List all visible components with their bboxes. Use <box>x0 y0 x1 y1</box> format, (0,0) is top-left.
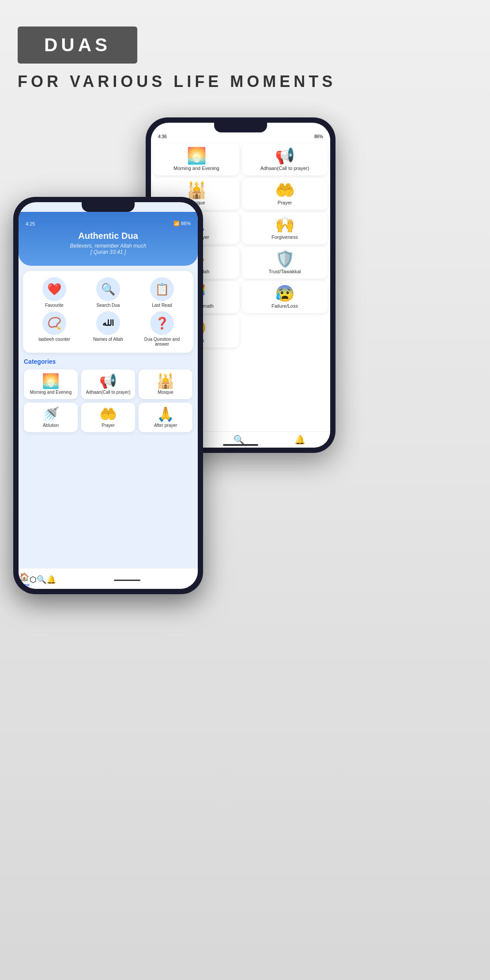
back-card-adhaan[interactable]: 📢 Adhaan(Call to prayer) <box>242 143 328 175</box>
front-nav-search[interactable]: 🔍 <box>37 575 46 584</box>
front-quote-ref: [ Quran 33:41 ] <box>26 249 191 255</box>
trust-label: Trust/Tawakkal <box>269 269 301 274</box>
front-nav-bell[interactable]: 🔔 <box>46 575 56 584</box>
back-card-failure[interactable]: 😰 Failure/Loss <box>242 281 328 313</box>
back-nav-search[interactable]: 🔍 <box>234 434 245 445</box>
back-card-morning[interactable]: 🌅 Morning and Evening <box>154 143 239 175</box>
tasbeeh-label: tasbeeh counter <box>38 337 70 342</box>
front-app-title: Authentic Dua <box>26 231 191 241</box>
home-icon: 🏠 <box>19 572 29 582</box>
duas-title: DUAS <box>44 34 111 55</box>
quick-favourite[interactable]: ❤️ Favourite <box>29 277 79 308</box>
morning-evening-label: Morning and Evening <box>173 166 219 171</box>
cat-morning-evening[interactable]: 🌅 Morning and Evening <box>24 369 78 399</box>
back-nav-bell[interactable]: 🔔 <box>294 434 305 445</box>
cat-adhaan-icon: 📢 <box>99 374 117 388</box>
back-phone-notch <box>214 123 267 132</box>
front-bottom-nav: 🏠 Home ⬡ 🔍 🔔 <box>19 568 198 589</box>
phones-container: 4:36 86% 🌅 Morning and Evening 📢 Adhaan(… <box>0 109 490 925</box>
categories-grid: 🌅 Morning and Evening 📢 Adhaan(Call to p… <box>24 369 192 432</box>
cat-mosque-icon: 🕌 <box>157 374 174 388</box>
quick-last-read[interactable]: 📋 Last Read <box>137 277 187 308</box>
back-card-forgiveness[interactable]: 🙌 Forgiveness <box>242 212 328 244</box>
duas-banner: DUAS <box>18 26 137 64</box>
quick-tasbeeh[interactable]: 📿 tasbeeh counter <box>29 311 79 347</box>
quick-search-dua[interactable]: 🔍 Search Dua <box>83 277 133 308</box>
front-signal: 📶 86% <box>173 221 191 226</box>
failure-label: Failure/Loss <box>271 303 298 309</box>
adhaan-label: Adhaan(Call to prayer) <box>260 166 309 171</box>
front-nav-home[interactable]: 🏠 Home <box>19 572 30 587</box>
names-allah-label: Names of Allah <box>93 337 123 342</box>
search-dua-icon: 🔍 <box>96 277 120 301</box>
cat-mosque-label: Mosque <box>158 390 173 395</box>
cat-adhaan[interactable]: 📢 Adhaan(Call to prayer) <box>81 369 135 399</box>
cat-after-prayer-icon: 🙏 <box>157 407 174 421</box>
quick-names-allah[interactable]: الله Names of Allah <box>83 311 133 347</box>
cat-morning-label: Morning and Evening <box>30 390 72 395</box>
bell-icon: 🔔 <box>46 575 56 584</box>
front-phone: 4:25 📶 86% Authentic Dua Believers, reme… <box>13 197 203 594</box>
cat-after-prayer[interactable]: 🙏 After prayer <box>139 403 192 432</box>
back-card-trust[interactable]: 🛡️ Trust/Tawakkal <box>242 247 328 279</box>
front-quote: Believers, remember Allah much <box>26 243 191 249</box>
forgiveness-label: Forgiveness <box>271 234 298 240</box>
cat-prayer[interactable]: 🤲 Prayer <box>81 403 135 432</box>
morning-evening-icon: 🌅 <box>187 148 207 164</box>
favourite-label: Favourite <box>45 303 64 308</box>
front-time: 4:25 <box>26 221 35 226</box>
front-nav-indicator <box>114 580 140 581</box>
failure-icon: 😰 <box>275 286 295 302</box>
dua-qa-label: Dua Question and answer <box>137 337 187 347</box>
front-status-bar: 4:25 📶 86% <box>26 221 191 226</box>
forgiveness-icon: 🙌 <box>275 217 295 233</box>
mosque-icon: 🕌 <box>187 182 207 198</box>
cat-ablution[interactable]: 🚿 Ablution <box>24 403 78 432</box>
quick-links-grid: ❤️ Favourite 🔍 Search Dua 📋 Last Read 📿 … <box>23 271 193 353</box>
header-section: DUAS FOR VARIOUS LIFE MOMENTS <box>0 0 490 100</box>
favourite-icon: ❤️ <box>42 277 66 301</box>
names-allah-icon: الله <box>96 311 120 335</box>
cat-ablution-label: Ablution <box>43 423 59 428</box>
cat-prayer-label: Prayer <box>102 423 114 428</box>
last-read-icon: 📋 <box>150 277 174 301</box>
last-read-label: Last Read <box>152 303 172 308</box>
back-battery: 86% <box>314 134 323 139</box>
prayer-icon: 🤲 <box>275 182 295 198</box>
search-icon: 🔍 <box>37 575 46 584</box>
cat-ablution-icon: 🚿 <box>42 407 60 421</box>
front-phone-notch <box>82 202 135 212</box>
quick-dua-qa[interactable]: ❓ Dua Question and answer <box>137 311 187 347</box>
cat-prayer-icon: 🤲 <box>99 407 117 421</box>
back-card-prayer[interactable]: 🤲 Prayer <box>242 178 328 210</box>
cat-after-prayer-label: After prayer <box>154 423 177 428</box>
categories-section: Categories 🌅 Morning and Evening 📢 Adhaa… <box>19 358 198 568</box>
dua-qa-icon: ❓ <box>150 311 174 335</box>
front-phone-screen: 4:25 📶 86% Authentic Dua Believers, reme… <box>19 202 198 589</box>
search-dua-label: Search Dua <box>97 303 120 308</box>
cat-adhaan-label: Adhaan(Call to prayer) <box>86 390 131 395</box>
front-header: 4:25 📶 86% Authentic Dua Believers, reme… <box>19 212 198 266</box>
categories-title: Categories <box>24 358 192 365</box>
adhaan-icon: 📢 <box>275 148 295 164</box>
front-nav-diamond[interactable]: ⬡ <box>30 575 37 584</box>
home-nav-label: Home <box>19 583 30 587</box>
back-status-bar: 4:36 86% <box>151 132 330 141</box>
subtitle: FOR VARIOUS LIFE MOMENTS <box>18 72 472 91</box>
cat-morning-icon: 🌅 <box>42 374 60 388</box>
cat-mosque[interactable]: 🕌 Mosque <box>139 369 192 399</box>
back-time: 4:36 <box>158 134 166 139</box>
prayer-label: Prayer <box>278 200 292 205</box>
diamond-icon: ⬡ <box>30 575 37 584</box>
back-nav-indicator <box>223 444 258 446</box>
trust-icon: 🛡️ <box>275 251 295 267</box>
tasbeeh-icon: 📿 <box>42 311 66 335</box>
